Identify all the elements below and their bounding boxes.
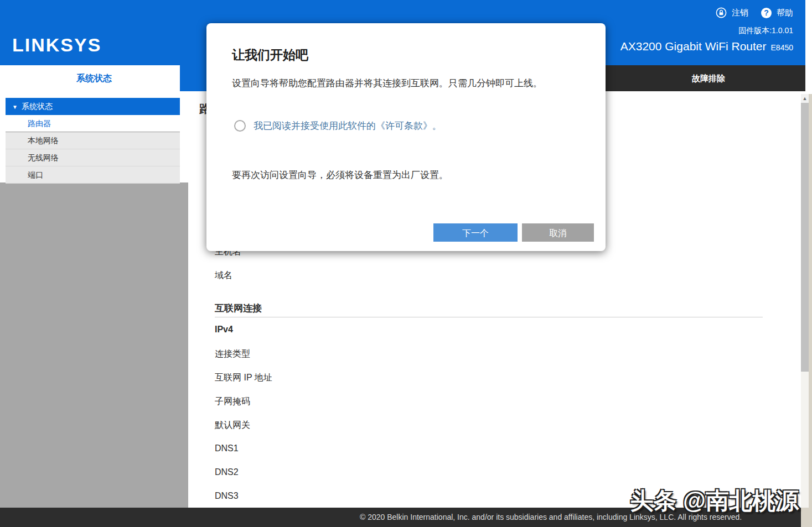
product-name: AX3200 Gigabit WiFi Router [620, 40, 767, 53]
scrollbar-thumb[interactable] [801, 103, 809, 372]
sidebar-item-ports[interactable]: 端口 [6, 166, 180, 184]
section-divider [215, 317, 763, 317]
dns1-label: DNS1 [215, 443, 239, 453]
sidebar: 系统状态 ▼系统状态 路由器 本地网络 无线网络 端口 [0, 65, 188, 508]
internet-connection-section-title: 互联网连接 [215, 302, 262, 315]
license-agreement-row: 我已阅读并接受使用此软件的《许可条款》。 [234, 119, 442, 132]
scrollbar-track[interactable] [801, 372, 809, 508]
window-right-edge [809, 94, 812, 527]
internet-ip-label: 互联网 IP 地址 [215, 372, 272, 384]
header-utility-row: 注销 ? 帮助 [716, 7, 793, 18]
sidebar-section-title: 系统状态 [0, 73, 188, 85]
dialog-title: 让我们开始吧 [232, 46, 308, 64]
sidebar-menu: ▼系统状态 路由器 本地网络 无线网络 端口 [6, 98, 180, 184]
license-label[interactable]: 我已阅读并接受使用此软件的《许可条款》。 [254, 119, 442, 132]
logout-lock-icon [716, 7, 727, 18]
product-model: E8450 [771, 43, 793, 52]
window-corner [801, 508, 812, 527]
sidebar-filler [0, 182, 188, 508]
domain-label: 域名 [215, 270, 232, 281]
help-icon: ? [761, 8, 772, 18]
connection-type-label: 连接类型 [215, 348, 250, 360]
tab-troubleshooting[interactable]: 故障排除 [667, 65, 750, 91]
watermark-text: 头条 @南北桃源 [630, 486, 799, 516]
sidebar-item-router[interactable]: 路由器 [6, 115, 180, 132]
sidebar-menu-header-label: 系统状态 [22, 102, 53, 111]
sidebar-menu-header[interactable]: ▼系统状态 [6, 98, 180, 115]
license-radio[interactable] [234, 120, 246, 132]
chevron-down-icon: ▼ [12, 98, 18, 116]
ipv4-label: IPv4 [215, 325, 233, 335]
logout-link[interactable]: 注销 [732, 8, 748, 18]
cancel-button[interactable]: 取消 [522, 223, 594, 242]
dns3-label: DNS3 [215, 491, 239, 501]
scrollbar-up-arrow[interactable]: ▲ [801, 94, 809, 103]
subnet-mask-label: 子网掩码 [215, 396, 250, 408]
firmware-version: 固件版本:1.0.01 [738, 26, 793, 36]
dialog-intro-text: 设置向导将帮助您配置路由器并将其连接到互联网。只需几分钟即可上线。 [232, 77, 581, 90]
dialog-note-text: 要再次访问设置向导，必须将设备重置为出厂设置。 [232, 169, 581, 181]
default-gateway-label: 默认网关 [215, 420, 250, 431]
header-right-gap [805, 0, 812, 94]
product-title: AX3200 Gigabit WiFi RouterE8450 [620, 40, 793, 53]
linksys-logo[interactable]: LINKSYS [12, 34, 101, 56]
sidebar-item-wireless-network[interactable]: 无线网络 [6, 149, 180, 166]
next-button[interactable]: 下一个 [433, 223, 518, 242]
setup-wizard-dialog: 让我们开始吧 设置向导将帮助您配置路由器并将其连接到互联网。只需几分钟即可上线。… [206, 23, 606, 251]
help-link[interactable]: 帮助 [777, 8, 793, 18]
dns2-label: DNS2 [215, 467, 239, 477]
sidebar-item-local-network[interactable]: 本地网络 [6, 132, 180, 149]
